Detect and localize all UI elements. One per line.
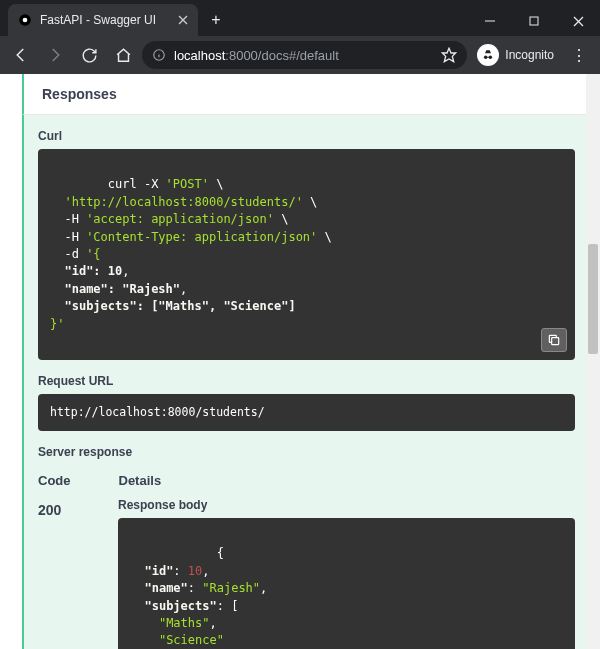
home-button[interactable] — [108, 40, 138, 70]
browser-toolbar: localhost:8000/docs#/default Incognito ⋮ — [0, 36, 600, 74]
response-body-text: { "id": 10, "name": "Rajesh", "subjects"… — [130, 546, 267, 649]
response-body-label: Response body — [118, 498, 575, 512]
response-panel: Curl curl -X 'POST' \ 'http://localhost:… — [22, 115, 590, 649]
details-col-header: Details — [119, 473, 162, 488]
new-tab-button[interactable]: + — [202, 6, 230, 34]
page-viewport: Responses Curl curl -X 'POST' \ 'http://… — [0, 74, 600, 649]
url-text: localhost:8000/docs#/default — [174, 48, 339, 63]
curl-code-block: curl -X 'POST' \ 'http://localhost:8000/… — [38, 149, 575, 360]
browser-titlebar: FastAPI - Swagger UI + — [0, 0, 600, 36]
status-code: 200 — [38, 498, 72, 518]
copy-curl-button[interactable] — [541, 328, 567, 352]
site-info-icon[interactable] — [152, 48, 166, 62]
scrollbar-track[interactable] — [586, 74, 600, 649]
svg-point-12 — [484, 56, 488, 60]
incognito-label: Incognito — [505, 48, 554, 62]
code-col-header: Code — [38, 473, 71, 488]
close-tab-icon[interactable] — [178, 15, 188, 25]
reload-button[interactable] — [74, 40, 104, 70]
maximize-button[interactable] — [512, 6, 556, 36]
responses-heading: Responses — [22, 74, 590, 115]
browser-tab[interactable]: FastAPI - Swagger UI — [8, 4, 198, 36]
request-url-block: http://localhost:8000/students/ — [38, 394, 575, 431]
response-table-header: Code Details — [38, 473, 575, 488]
minimize-button[interactable] — [468, 6, 512, 36]
tab-favicon — [18, 13, 32, 27]
browser-menu-button[interactable]: ⋮ — [564, 40, 594, 70]
svg-point-1 — [23, 18, 28, 23]
curl-label: Curl — [38, 129, 575, 143]
request-url-label: Request URL — [38, 374, 575, 388]
curl-text: curl -X 'POST' \ 'http://localhost:8000/… — [50, 177, 332, 330]
back-button[interactable] — [6, 40, 36, 70]
response-body-block: { "id": 10, "name": "Rajesh", "subjects"… — [118, 518, 575, 649]
close-window-button[interactable] — [556, 6, 600, 36]
status-row: 200 Response body { "id": 10, "name": "R… — [38, 498, 575, 649]
svg-marker-11 — [443, 48, 456, 61]
svg-point-13 — [489, 56, 493, 60]
scrollbar-thumb[interactable] — [588, 244, 598, 354]
tab-title: FastAPI - Swagger UI — [40, 13, 170, 27]
address-bar[interactable]: localhost:8000/docs#/default — [142, 41, 467, 69]
incognito-icon — [477, 44, 499, 66]
window-controls — [468, 6, 600, 36]
forward-button[interactable] — [40, 40, 70, 70]
server-response-label: Server response — [38, 445, 575, 459]
incognito-indicator[interactable]: Incognito — [471, 44, 560, 66]
bookmark-star-icon[interactable] — [441, 47, 457, 63]
svg-rect-5 — [530, 17, 538, 25]
svg-rect-15 — [552, 338, 559, 345]
